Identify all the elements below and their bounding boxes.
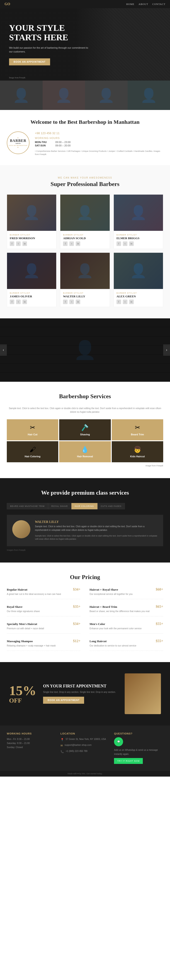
pricing-item-7: Massaging Shampoo $12+ Relaxing shampoo …: [7, 639, 80, 651]
barber-name-3: ELMER BRIGGS: [117, 237, 160, 240]
instagram-icon-6[interactable]: in: [129, 299, 134, 304]
barber-socials-5: f t in: [63, 299, 107, 304]
pricing-price-2: $60+: [156, 587, 163, 592]
pricing-price-5: $34+: [73, 622, 80, 626]
barbers-section: WE CAN MAKE YOUR AWESOMENESS Super Profe…: [0, 165, 170, 318]
service-card-shaving[interactable]: 🪒 Shaving: [59, 419, 111, 440]
nav-about[interactable]: About: [138, 3, 148, 5]
hero-title: YOUR STYLE STARTS HERE: [9, 23, 88, 42]
footer-phone: +1 (845) 223 456 789: [66, 749, 88, 753]
facebook-icon-5[interactable]: f: [63, 299, 67, 304]
instagram-icon-2[interactable]: in: [76, 242, 80, 246]
twitter-icon-3[interactable]: t: [123, 242, 127, 246]
pricing-name-3: Royal Shave: [7, 605, 22, 609]
footer-info: Working Hours Mon - Fri: 8:30 – 21:00 Sa…: [0, 725, 170, 771]
pricing-price-7: $12+: [73, 639, 80, 643]
tab-cuts-fades[interactable]: CUTS AND FADES: [98, 503, 125, 509]
barber-photo-6: 👤: [114, 253, 163, 289]
promo-off: OFF: [9, 697, 36, 704]
service-card-removal[interactable]: 💧 Hair Removal: [59, 441, 111, 462]
pricing-item-3: Royal Shave $35+ Our three edge signatur…: [7, 605, 80, 616]
twitter-icon-2[interactable]: t: [69, 242, 74, 246]
barbers-tag: WE CAN MAKE YOUR AWESOMENESS: [7, 177, 163, 179]
instagram-icon-5[interactable]: in: [76, 299, 80, 304]
footer-hours-row-1: Mon - Fri: 8:30 – 21:00: [7, 737, 56, 741]
facebook-icon-3[interactable]: f: [117, 242, 121, 246]
nav-contact[interactable]: Contact: [152, 3, 165, 5]
pricing-name-7: Massaging Shampoo: [7, 640, 33, 643]
hours-row-1: MON-THU 09:00 – 23:00: [35, 141, 163, 143]
promo-description: Single line text. Drop in any section. S…: [43, 690, 118, 694]
hero-content: YOUR STYLE STARTS HERE We build our pass…: [9, 23, 88, 65]
footer-copyright: Made with ♥ by Wix. Get started today.: [67, 773, 103, 775]
welcome-tags: • Comprehensive Barber Services • Gift P…: [35, 150, 163, 156]
services-credit: Image from Freepik: [7, 465, 163, 467]
instagram-icon-3[interactable]: in: [129, 242, 134, 246]
slider-next-button[interactable]: ›: [163, 344, 170, 356]
services-section: Barbershop Services Sample text. Click t…: [0, 382, 170, 478]
barber-role-2: BARBER STYLIST: [63, 234, 107, 236]
service-card-beard[interactable]: ✂ Beard Trim: [112, 419, 163, 440]
hours-label: Working Hours: [35, 137, 163, 139]
service-card-coloring[interactable]: 🖌 Hair Coloring: [7, 441, 58, 462]
pricing-item-8: Long Haircut $55+ Our dedication to serv…: [90, 639, 163, 651]
slider-image-placeholder: 👤: [74, 339, 96, 361]
pricing-item-5: Specialty Men's Haircut $34+ Premium cut…: [7, 622, 80, 633]
promo-percent: 15%: [9, 684, 36, 697]
service-card-haircut[interactable]: ✂ Hair Cut: [7, 419, 58, 440]
twitter-icon-1[interactable]: t: [16, 242, 21, 246]
image-slider: ‹ › 👤: [0, 318, 170, 382]
facebook-icon-2[interactable]: f: [63, 242, 67, 246]
tab-royal-shave[interactable]: ROYAL SHAVE: [48, 503, 71, 509]
hours-row-2: SAT-SUN 09:00 – 20:00: [35, 144, 163, 147]
service-name-1: Hair Cut: [10, 433, 55, 436]
facebook-icon-6[interactable]: f: [117, 299, 121, 304]
barber-socials-4: f t in: [10, 299, 53, 304]
welcome-info: +98 123 456 32 11 Working Hours MON-THU …: [35, 132, 163, 156]
nav-home[interactable]: Home: [126, 3, 135, 5]
tab-hair-coloring[interactable]: HAIR COLORING: [71, 503, 98, 509]
promo-image: [125, 673, 161, 714]
barber-logo: ✦ BARBER SHOP CITY OF MANHATTAN ✦: [7, 132, 29, 154]
footer-bar: Made with ♥ by Wix. Get started today.: [0, 771, 170, 776]
service-name-3: Beard Trim: [115, 433, 160, 436]
barber-photo-1: 👤: [7, 195, 56, 231]
scissors-icon: ✂: [10, 424, 55, 431]
services-grid-top: ✂ Hair Cut 🪒 Shaving ✂ Beard Trim: [7, 419, 163, 440]
whatsapp-button[interactable]: TRY IT RIGHT NOW: [114, 758, 143, 764]
barber-role-3: BARBER STYLIST: [117, 234, 160, 236]
gallery-image-2: 👤: [43, 81, 85, 110]
premium-section: We provide premium class services BEARD …: [0, 478, 170, 563]
hero-section: YOUR STYLE STARTS HERE We build our pass…: [0, 8, 170, 81]
instagram-icon-1[interactable]: in: [22, 242, 27, 246]
footer-email: support@barber-shop.com: [64, 743, 91, 747]
gallery-image-3: 👤: [85, 81, 128, 110]
book-appointment-button[interactable]: BOOK AN APPOINTMENT: [9, 58, 50, 65]
twitter-icon-4[interactable]: t: [16, 299, 21, 304]
removal-icon: 💧: [63, 446, 107, 453]
facebook-icon-1[interactable]: f: [10, 242, 14, 246]
welcome-phone: +98 123 456 32 11: [35, 132, 163, 135]
promo-book-button[interactable]: BOOK AN APPOINTMENT: [43, 697, 84, 704]
pricing-item-4: Haircut + Beard Trim $65+ Beard or shave…: [90, 605, 163, 616]
gallery-strip: 👤 👤 👤 👤: [0, 81, 170, 110]
pricing-price-6: $55+: [156, 622, 163, 626]
slider-prev-button[interactable]: ‹: [0, 344, 7, 356]
service-card-kids[interactable]: 👦 Kids Haircut: [112, 441, 163, 462]
pricing-desc-4: Beard or shave, we bring the difference …: [90, 609, 163, 613]
phone-icon: 📞: [61, 749, 64, 754]
barber-card-2: 👤 BARBER STYLIST ADRIAN SCOLD f t in: [60, 194, 110, 249]
premium-text: WALTER LILLY Sample text. Click to selec…: [35, 520, 158, 541]
pricing-desc-7: Relaxing shampoo + scalp massage + hair …: [7, 644, 80, 648]
barber-role-6: BARBER STYLIST: [117, 292, 160, 294]
instagram-icon-4[interactable]: in: [22, 299, 27, 304]
footer-hours-row-3: Sunday: Closed: [7, 745, 56, 749]
footer-hours-title: Working Hours: [7, 732, 56, 735]
facebook-icon-4[interactable]: f: [10, 299, 14, 304]
barber-role-5: BARBER STYLIST: [63, 292, 107, 294]
twitter-icon-5[interactable]: t: [69, 299, 74, 304]
barber-card-5: 👤 BARBER STYLIST WALTER LILLY f t in: [60, 253, 110, 307]
twitter-icon-6[interactable]: t: [123, 299, 127, 304]
tab-beard-trim[interactable]: BEARD AND MUSTACHE TRIM: [7, 503, 48, 509]
barber-socials-1: f t in: [10, 242, 53, 246]
